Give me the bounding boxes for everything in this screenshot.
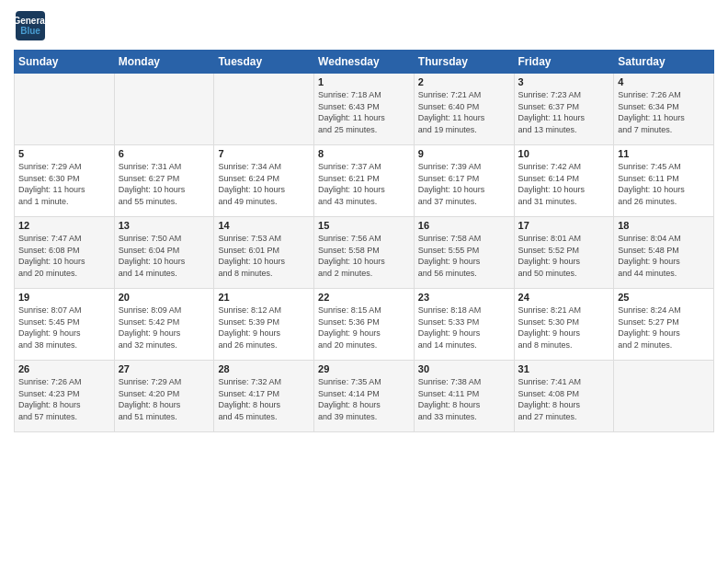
day-content: Sunrise: 8:15 AM Sunset: 5:36 PM Dayligh… [318,304,410,350]
day-number: 12 [18,220,110,231]
calendar-cell: 28Sunrise: 7:32 AM Sunset: 4:17 PM Dayli… [214,361,314,432]
day-number: 14 [218,220,310,231]
calendar-cell: 4Sunrise: 7:26 AM Sunset: 6:34 PM Daylig… [614,74,714,145]
weekday-header-cell: Saturday [614,51,714,74]
day-content: Sunrise: 7:45 AM Sunset: 6:11 PM Dayligh… [618,161,710,207]
calendar-cell: 2Sunrise: 7:21 AM Sunset: 6:40 PM Daylig… [414,74,514,145]
day-content: Sunrise: 7:39 AM Sunset: 6:17 PM Dayligh… [418,161,510,207]
logo: General Blue [14,9,47,42]
day-number: 13 [119,220,210,231]
calendar-cell: 29Sunrise: 7:35 AM Sunset: 4:14 PM Dayli… [314,361,415,432]
day-number: 6 [119,148,210,159]
calendar-cell: 12Sunrise: 7:47 AM Sunset: 6:08 PM Dayli… [15,217,115,289]
calendar-cell: 18Sunrise: 8:04 AM Sunset: 5:48 PM Dayli… [614,217,714,289]
day-content: Sunrise: 7:58 AM Sunset: 5:55 PM Dayligh… [418,233,510,279]
logo-icon: General Blue [14,9,47,42]
calendar-cell: 16Sunrise: 7:58 AM Sunset: 5:55 PM Dayli… [414,217,514,289]
calendar-week-row: 12Sunrise: 7:47 AM Sunset: 6:08 PM Dayli… [15,217,714,289]
day-number: 20 [119,292,210,303]
calendar-cell: 30Sunrise: 7:38 AM Sunset: 4:11 PM Dayli… [414,361,514,432]
day-number: 25 [618,292,710,303]
calendar-cell: 11Sunrise: 7:45 AM Sunset: 6:11 PM Dayli… [614,145,714,217]
weekday-header-cell: Thursday [414,51,514,74]
day-content: Sunrise: 8:18 AM Sunset: 5:33 PM Dayligh… [418,304,510,350]
calendar-cell: 23Sunrise: 8:18 AM Sunset: 5:33 PM Dayli… [414,289,514,361]
day-content: Sunrise: 7:34 AM Sunset: 6:24 PM Dayligh… [218,161,310,207]
day-content: Sunrise: 8:04 AM Sunset: 5:48 PM Dayligh… [618,233,710,279]
calendar-cell [15,74,115,145]
day-content: Sunrise: 7:26 AM Sunset: 4:23 PM Dayligh… [18,376,110,422]
day-number: 11 [618,148,710,159]
page-header: General Blue [14,9,714,42]
day-number: 16 [418,220,510,231]
day-number: 28 [218,363,310,374]
calendar-cell: 10Sunrise: 7:42 AM Sunset: 6:14 PM Dayli… [514,145,614,217]
weekday-header-cell: Sunday [15,51,115,74]
day-number: 24 [518,292,610,303]
calendar-cell: 19Sunrise: 8:07 AM Sunset: 5:45 PM Dayli… [15,289,115,361]
day-content: Sunrise: 8:24 AM Sunset: 5:27 PM Dayligh… [618,304,710,350]
day-number: 31 [518,363,610,374]
day-number: 19 [18,292,110,303]
calendar-week-row: 26Sunrise: 7:26 AM Sunset: 4:23 PM Dayli… [15,361,714,432]
calendar-table: SundayMondayTuesdayWednesdayThursdayFrid… [14,50,714,432]
day-number: 17 [518,220,610,231]
weekday-header-row: SundayMondayTuesdayWednesdayThursdayFrid… [15,51,714,74]
calendar-week-row: 5Sunrise: 7:29 AM Sunset: 6:30 PM Daylig… [15,145,714,217]
calendar-cell: 3Sunrise: 7:23 AM Sunset: 6:37 PM Daylig… [514,74,614,145]
day-content: Sunrise: 7:21 AM Sunset: 6:40 PM Dayligh… [418,89,510,135]
calendar-cell: 31Sunrise: 7:41 AM Sunset: 4:08 PM Dayli… [514,361,614,432]
day-number: 2 [418,76,510,87]
day-number: 3 [518,76,610,87]
calendar-cell: 26Sunrise: 7:26 AM Sunset: 4:23 PM Dayli… [15,361,115,432]
day-content: Sunrise: 8:01 AM Sunset: 5:52 PM Dayligh… [518,233,610,279]
day-content: Sunrise: 7:42 AM Sunset: 6:14 PM Dayligh… [518,161,610,207]
day-number: 1 [318,76,410,87]
day-content: Sunrise: 7:38 AM Sunset: 4:11 PM Dayligh… [418,376,510,422]
calendar-body: 1Sunrise: 7:18 AM Sunset: 6:43 PM Daylig… [15,74,714,432]
calendar-cell: 22Sunrise: 8:15 AM Sunset: 5:36 PM Dayli… [314,289,415,361]
calendar-week-row: 19Sunrise: 8:07 AM Sunset: 5:45 PM Dayli… [15,289,714,361]
calendar-cell: 20Sunrise: 8:09 AM Sunset: 5:42 PM Dayli… [114,289,214,361]
calendar-cell: 1Sunrise: 7:18 AM Sunset: 6:43 PM Daylig… [314,74,415,145]
weekday-header-cell: Friday [514,51,614,74]
day-content: Sunrise: 7:18 AM Sunset: 6:43 PM Dayligh… [318,89,410,135]
day-number: 10 [518,148,610,159]
day-content: Sunrise: 7:29 AM Sunset: 6:30 PM Dayligh… [18,161,110,207]
calendar-cell: 15Sunrise: 7:56 AM Sunset: 5:58 PM Dayli… [314,217,415,289]
calendar-cell: 6Sunrise: 7:31 AM Sunset: 6:27 PM Daylig… [114,145,214,217]
day-number: 7 [218,148,310,159]
calendar-cell: 7Sunrise: 7:34 AM Sunset: 6:24 PM Daylig… [214,145,314,217]
day-number: 9 [418,148,510,159]
day-content: Sunrise: 8:12 AM Sunset: 5:39 PM Dayligh… [218,304,310,350]
day-number: 22 [318,292,410,303]
calendar-cell [214,74,314,145]
day-number: 30 [418,363,510,374]
day-number: 5 [18,148,110,159]
day-content: Sunrise: 7:35 AM Sunset: 4:14 PM Dayligh… [318,376,410,422]
weekday-header-cell: Wednesday [314,51,415,74]
day-content: Sunrise: 7:41 AM Sunset: 4:08 PM Dayligh… [518,376,610,422]
day-number: 15 [318,220,410,231]
calendar-week-row: 1Sunrise: 7:18 AM Sunset: 6:43 PM Daylig… [15,74,714,145]
day-number: 21 [218,292,310,303]
day-number: 8 [318,148,410,159]
calendar-cell: 24Sunrise: 8:21 AM Sunset: 5:30 PM Dayli… [514,289,614,361]
calendar-cell: 21Sunrise: 8:12 AM Sunset: 5:39 PM Dayli… [214,289,314,361]
calendar-cell: 8Sunrise: 7:37 AM Sunset: 6:21 PM Daylig… [314,145,415,217]
calendar-cell: 27Sunrise: 7:29 AM Sunset: 4:20 PM Dayli… [114,361,214,432]
day-content: Sunrise: 7:50 AM Sunset: 6:04 PM Dayligh… [119,233,210,279]
day-content: Sunrise: 8:09 AM Sunset: 5:42 PM Dayligh… [119,304,210,350]
calendar-cell: 14Sunrise: 7:53 AM Sunset: 6:01 PM Dayli… [214,217,314,289]
day-number: 27 [119,363,210,374]
svg-text:Blue: Blue [20,26,40,36]
calendar-cell: 5Sunrise: 7:29 AM Sunset: 6:30 PM Daylig… [15,145,115,217]
day-content: Sunrise: 7:26 AM Sunset: 6:34 PM Dayligh… [618,89,710,135]
svg-text:General: General [14,16,47,26]
day-number: 29 [318,363,410,374]
day-content: Sunrise: 7:37 AM Sunset: 6:21 PM Dayligh… [318,161,410,207]
day-content: Sunrise: 7:31 AM Sunset: 6:27 PM Dayligh… [119,161,210,207]
day-content: Sunrise: 7:56 AM Sunset: 5:58 PM Dayligh… [318,233,410,279]
day-number: 26 [18,363,110,374]
day-content: Sunrise: 7:23 AM Sunset: 6:37 PM Dayligh… [518,89,610,135]
